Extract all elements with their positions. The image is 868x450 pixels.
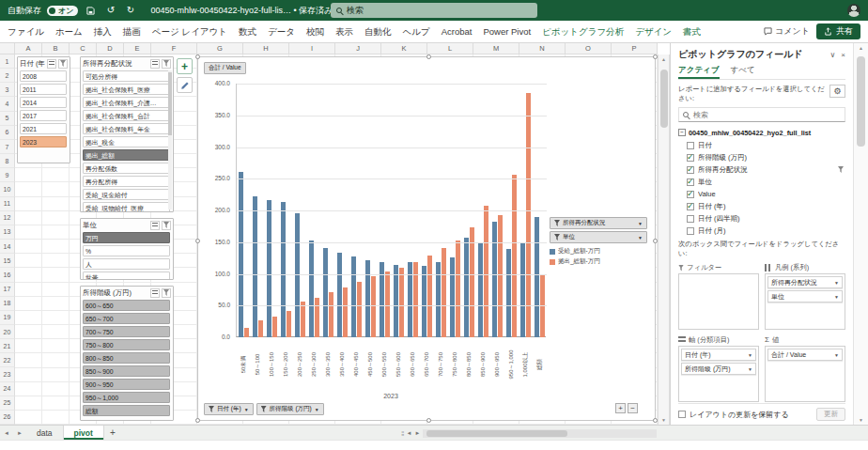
slicer-item[interactable]: 総額 — [83, 405, 170, 416]
field-checkbox[interactable] — [687, 215, 694, 223]
slicer-item[interactable]: 拠出_社会保険料_合計 — [83, 110, 170, 121]
chart-selection-handle[interactable] — [426, 54, 431, 59]
slicer-item[interactable]: 750～800 — [83, 339, 170, 350]
slicer-item[interactable]: 650～700 — [83, 313, 170, 324]
expand-field-button[interactable]: + — [615, 403, 626, 413]
row-header[interactable]: 8 — [0, 154, 15, 168]
undo-button[interactable]: ↺ — [103, 4, 117, 17]
area-field-chip[interactable]: 日付 (年)▼ — [681, 349, 756, 361]
chart-selection-handle[interactable] — [426, 418, 431, 423]
row-header[interactable]: 25 — [0, 396, 15, 411]
chart-selection-handle[interactable] — [653, 418, 658, 423]
autosave-toggle[interactable]: オン — [47, 6, 78, 16]
row-header[interactable]: 2 — [0, 69, 15, 83]
field-checkbox[interactable] — [687, 227, 694, 235]
slicer-item[interactable]: 拠出_税金 — [83, 136, 170, 147]
row-header[interactable]: 4 — [0, 97, 15, 111]
row-header[interactable]: 17 — [0, 283, 15, 297]
clear-filter-button[interactable] — [162, 59, 171, 69]
redo-button[interactable]: ↻ — [123, 4, 137, 17]
share-button[interactable]: 共有 — [816, 23, 860, 39]
row-header[interactable]: 26 — [0, 411, 15, 425]
column-header[interactable]: E — [124, 43, 151, 54]
ribbon-tab[interactable]: データ — [262, 21, 301, 42]
search-box[interactable]: 検索 — [331, 3, 537, 18]
slicer-redistribution-status[interactable]: 所得再分配状況 可処分所得拠出_社会保険料_医療拠出_社会保険料_介護…拠出_社… — [80, 56, 174, 212]
field-row[interactable]: 単位 — [678, 176, 845, 188]
area-field-chip[interactable]: 所得階級 (万円)▼ — [681, 363, 756, 375]
axis-drop-zone[interactable]: 日付 (年)▼所得階級 (万円)▼ — [678, 346, 759, 402]
column-header[interactable]: C — [70, 43, 97, 54]
user-avatar[interactable] — [847, 4, 860, 17]
scroll-up-icon[interactable]: ▲ — [659, 56, 669, 62]
slicer-item[interactable]: 2011 — [20, 84, 67, 95]
bar[interactable] — [329, 292, 333, 337]
bar[interactable] — [351, 256, 356, 337]
column-header[interactable]: O — [566, 43, 612, 54]
tab-nav-right-icon[interactable]: ► — [13, 426, 26, 440]
spreadsheet-grid[interactable]: 日付 (年) 200820112014201720212023 所得再分配状況 … — [15, 54, 658, 425]
collapse-icon[interactable]: − — [678, 129, 686, 136]
slicer-unit[interactable]: 単位 万円%人世帯 — [80, 218, 174, 280]
ribbon-tab[interactable]: ヘルプ — [397, 21, 436, 42]
field-table-row[interactable]: −00450_mhlw_00450422_hyo2_full_list — [678, 126, 845, 139]
row-header[interactable]: 13 — [0, 225, 15, 240]
defer-layout-checkbox[interactable] — [678, 411, 686, 418]
ribbon-tab[interactable]: 挿入 — [88, 21, 117, 42]
scrollbar-thumb[interactable] — [857, 56, 865, 147]
row-header[interactable]: 12 — [0, 211, 15, 225]
area-field-chip[interactable]: 所得再分配状況▼ — [767, 276, 843, 288]
row-header[interactable]: 15 — [0, 254, 15, 268]
slicer-scrollbar[interactable] — [168, 70, 172, 209]
multi-select-button[interactable] — [47, 59, 56, 69]
pane-scrollbar[interactable]: ▲ ▼ — [853, 43, 868, 425]
multi-select-button[interactable] — [150, 221, 160, 230]
chart-selection-handle[interactable] — [195, 54, 200, 59]
scroll-down-icon[interactable]: ▼ — [854, 417, 868, 423]
ribbon-tab[interactable]: 自動化 — [359, 21, 397, 42]
ribbon-tab[interactable]: Power Pivot — [477, 21, 536, 42]
sheet-tab-pivot[interactable]: pivot — [64, 426, 104, 440]
multi-select-button[interactable] — [150, 59, 160, 69]
field-row[interactable]: 日付 — [678, 139, 845, 151]
splitter-grip-icon[interactable]: ⁞⁞ — [401, 429, 403, 438]
slicer-item[interactable]: 2021 — [20, 123, 67, 134]
slicer-item[interactable]: 2017 — [20, 110, 67, 121]
slicer-item[interactable]: 拠出_総額 — [83, 149, 170, 161]
bar[interactable] — [281, 202, 286, 338]
bar[interactable] — [258, 320, 263, 337]
slicer-item[interactable]: 世帯 — [83, 272, 170, 279]
row-header[interactable]: 3 — [0, 83, 15, 97]
field-checkbox[interactable] — [687, 191, 694, 198]
scroll-down-icon[interactable]: ▼ — [659, 417, 669, 423]
column-header[interactable]: P — [612, 43, 658, 54]
ribbon-tab[interactable]: ページ レイアウト — [147, 21, 233, 42]
multi-select-button[interactable] — [150, 288, 160, 298]
bar[interactable] — [442, 248, 446, 337]
bar[interactable] — [427, 256, 432, 337]
slicer-item[interactable]: % — [83, 245, 170, 256]
field-row[interactable]: 日付 (年) — [678, 200, 845, 212]
bar[interactable] — [323, 248, 328, 337]
slicer-item[interactable]: 受給_現物給付_医療 — [83, 202, 170, 211]
field-row[interactable]: 所得再分配状況 — [678, 163, 845, 176]
bar[interactable] — [343, 287, 348, 337]
sheet-tab-data[interactable]: data — [26, 426, 64, 440]
slicer-item[interactable]: 850～900 — [83, 365, 170, 377]
field-checkbox[interactable] — [687, 142, 694, 149]
row-header[interactable]: 5 — [0, 112, 15, 126]
row-header[interactable]: 20 — [0, 325, 15, 339]
tab-nav-left-icon[interactable]: ◄ — [0, 426, 13, 440]
bar[interactable] — [244, 328, 249, 337]
area-field-chip[interactable]: 単位▼ — [767, 290, 843, 303]
sheet-vertical-scrollbar[interactable]: ▲ ▼ — [658, 54, 670, 425]
ribbon-tab[interactable]: 数式 — [233, 21, 262, 42]
comments-button[interactable]: コメント — [764, 25, 810, 38]
field-row[interactable]: Value — [678, 188, 845, 200]
field-row[interactable]: 日付 (四半期) — [678, 212, 845, 225]
bar[interactable] — [365, 260, 370, 337]
chart-selection-handle[interactable] — [195, 418, 200, 423]
chart-style-brush-button[interactable] — [177, 77, 193, 93]
add-chart-element-button[interactable]: + — [177, 58, 193, 74]
column-header[interactable]: L — [427, 43, 473, 54]
